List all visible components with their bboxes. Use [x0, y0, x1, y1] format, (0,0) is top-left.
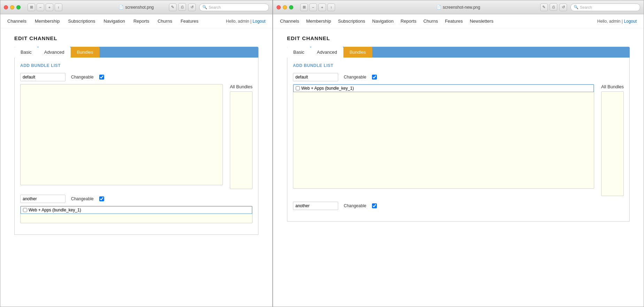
nav-bar-right: Channels Membership Subscriptions Naviga… [273, 14, 644, 28]
tab-advanced-right[interactable]: Advanced [311, 47, 343, 58]
bundle-item-web-apps-default-right[interactable]: Web + Apps (bundle_key_1) [293, 84, 594, 92]
changeable-label-another-left: Changeable [71, 196, 94, 201]
share-button-right[interactable]: ↑ [327, 3, 335, 11]
all-bundles-box-left[interactable] [230, 91, 253, 189]
bundle-item-label-left: Web + Apps (bundle_key_1) [29, 208, 81, 212]
nav-navigation-left[interactable]: Navigation [104, 18, 125, 24]
close-button-right[interactable] [277, 5, 281, 9]
nav-channels-right[interactable]: Channels [280, 18, 299, 24]
titlebar-right: ⊞ − + ↑ 📄 screenshot-new.png ✎ ⎙ ↺ 🔍 Sea… [273, 0, 644, 14]
titlebar-left: ⊞ − + ↑ 📄 screenshot.png ✎ ⎙ ↺ 🔍 Search [0, 0, 272, 14]
rotate-button-right[interactable]: ↺ [559, 3, 567, 11]
bundle-name-input-another-right[interactable] [293, 202, 338, 210]
form-area-right: ADD BUNDLE LIST Changeable Web + Apps (b… [287, 58, 630, 222]
content-left: Channels Membership Subscriptions Naviga… [0, 14, 272, 307]
pencil-button-right[interactable]: ✎ [540, 3, 548, 11]
logout-link-left[interactable]: Logout [253, 19, 265, 24]
search-icon-left: 🔍 [202, 5, 207, 9]
zoom-in-button-left[interactable]: + [46, 3, 53, 11]
grid-view-button[interactable]: ⊞ [28, 3, 35, 11]
bundle-header-default-left: Changeable [20, 73, 253, 81]
stamp-button-left[interactable]: ⎙ [178, 3, 186, 11]
bundle-item-checkbox-default-right[interactable] [296, 86, 300, 90]
nav-features-right[interactable]: Features [445, 18, 463, 24]
tabs-right: Basic Advanced Bundles [287, 47, 630, 58]
bundle-name-input-default-left[interactable] [20, 73, 65, 81]
tabs-left: Basic Advanced Bundles [14, 47, 258, 58]
zoom-out-button-left[interactable]: − [37, 3, 44, 11]
right-window: ⊞ − + ↑ 📄 screenshot-new.png ✎ ⎙ ↺ 🔍 Sea… [273, 0, 644, 307]
bundle-list-box-default-left[interactable] [20, 84, 223, 185]
maximize-button-right[interactable] [289, 5, 293, 9]
nav-user-right: Hello, admin | Logout [597, 19, 637, 24]
nav-navigation-right[interactable]: Navigation [372, 18, 394, 24]
minimize-button-right[interactable] [283, 5, 287, 9]
bundle-columns-default-left: All Bundles [20, 84, 253, 189]
bundle-item-checkbox-left[interactable] [23, 208, 27, 212]
zoom-out-button-right[interactable]: − [309, 3, 317, 11]
tab-advanced-left[interactable]: Advanced [38, 47, 71, 58]
changeable-checkbox-another-right[interactable] [372, 203, 377, 208]
search-icon-right: 🔍 [574, 5, 579, 9]
search-bar-left[interactable]: 🔍 Search [199, 3, 269, 11]
page-content-right: EDIT CHANNEL Basic Advanced Bundles ADD … [273, 28, 644, 229]
nav-churns-left[interactable]: Churns [157, 18, 172, 24]
nav-user-left: Hello, admin | Logout [226, 19, 265, 24]
stamp-button-right[interactable]: ⎙ [550, 3, 557, 11]
nav-subscriptions-right[interactable]: Subscriptions [338, 18, 365, 24]
page-title-left: EDIT CHANNEL [14, 35, 258, 41]
page-content-left: EDIT CHANNEL Basic Advanced Bundles ADD … [0, 28, 272, 242]
nav-reports-right[interactable]: Reports [401, 18, 417, 24]
titlebar-tools-right: ⊞ − + ↑ [300, 3, 335, 11]
bundle-header-default-right: Changeable [293, 73, 624, 81]
bundle-list-box-default-right[interactable]: Web + Apps (bundle_key_1) [293, 84, 594, 189]
nav-subscriptions-left[interactable]: Subscriptions [68, 18, 95, 24]
add-bundle-list-right[interactable]: ADD BUNDLE LIST [293, 63, 624, 68]
tab-bundles-left[interactable]: Bundles [71, 47, 100, 58]
all-bundles-col-right: All Bundles [601, 84, 624, 196]
nav-channels-left[interactable]: Channels [7, 18, 26, 24]
nav-membership-left[interactable]: Membership [35, 18, 60, 24]
nav-membership-right[interactable]: Membership [306, 18, 331, 24]
changeable-checkbox-another-left[interactable] [99, 196, 104, 201]
bundle-section-default-right: Changeable Web + Apps (bundle_key_1) All… [293, 73, 624, 196]
all-bundles-col-left: All Bundles [230, 84, 253, 189]
window-title-left: 📄 screenshot.png [119, 5, 154, 10]
bundle-header-another-right: Changeable [293, 202, 624, 210]
bundle-name-input-default-right[interactable] [293, 73, 338, 81]
file-icon-left: 📄 [119, 5, 124, 9]
add-bundle-list-left[interactable]: ADD BUNDLE LIST [20, 63, 253, 68]
zoom-in-button-right[interactable]: + [318, 3, 326, 11]
bundle-item-label-default-right: Web + Apps (bundle_key_1) [301, 86, 354, 91]
pencil-button-left[interactable]: ✎ [169, 3, 177, 11]
changeable-label-default-right: Changeable [344, 75, 366, 80]
tab-basic-left[interactable]: Basic [14, 47, 38, 58]
search-bar-right[interactable]: 🔍 Search [571, 3, 640, 11]
tab-basic-right[interactable]: Basic [287, 47, 311, 58]
nav-bar-left: Channels Membership Subscriptions Naviga… [0, 14, 272, 28]
all-bundles-box-right[interactable] [601, 91, 624, 196]
bundle-section-default-left: Changeable All Bundles [20, 73, 253, 189]
nav-churns-right[interactable]: Churns [423, 18, 438, 24]
logout-link-right[interactable]: Logout [624, 19, 637, 24]
grid-view-button-right[interactable]: ⊞ [300, 3, 308, 11]
window-title-right: 📄 screenshot-new.png [436, 5, 480, 10]
changeable-checkbox-default-right[interactable] [372, 75, 377, 80]
close-button-left[interactable] [4, 5, 8, 9]
all-bundles-label-left: All Bundles [230, 84, 253, 89]
nav-newsletters-right[interactable]: Newsletters [470, 18, 494, 24]
bundle-list-box-another-left[interactable]: Web + Apps (bundle_key_1) [20, 206, 253, 223]
bundle-item-web-apps-left[interactable]: Web + Apps (bundle_key_1) [21, 206, 252, 214]
rotate-button-left[interactable]: ↺ [188, 3, 196, 11]
share-button-left[interactable]: ↑ [55, 3, 62, 11]
maximize-button-left[interactable] [16, 5, 21, 9]
nav-features-left[interactable]: Features [180, 18, 198, 24]
nav-reports-left[interactable]: Reports [133, 18, 149, 24]
window-controls-left [4, 5, 21, 9]
bundle-name-input-another-left[interactable] [20, 195, 65, 203]
tab-bundles-right[interactable]: Bundles [343, 47, 372, 58]
changeable-checkbox-default-left[interactable] [99, 75, 104, 80]
window-controls-right [277, 5, 293, 9]
minimize-button-left[interactable] [10, 5, 14, 9]
bundle-columns-default-right: Web + Apps (bundle_key_1) All Bundles [293, 84, 624, 196]
